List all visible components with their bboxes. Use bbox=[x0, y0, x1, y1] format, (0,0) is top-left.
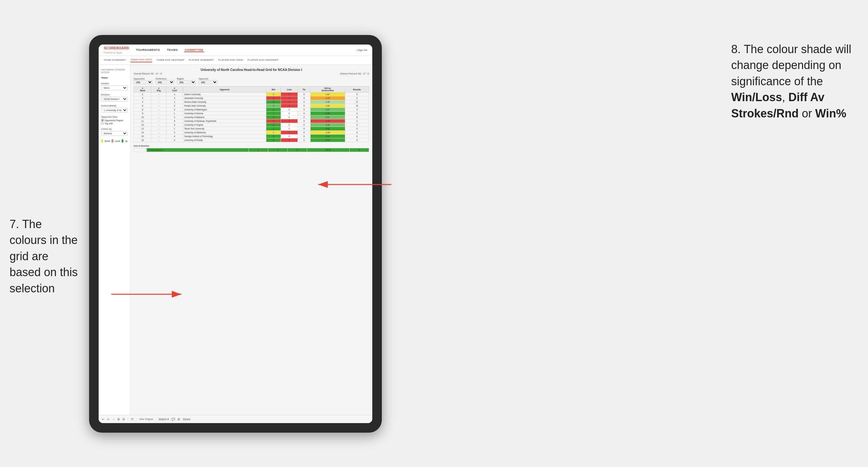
sidebar-division-section: Division NCAA Division I bbox=[101, 94, 128, 101]
sidebar-opponent-view-section: Opponent View Opponents Played Top 100 bbox=[101, 116, 128, 125]
opponent-view-radios: Opponents Played Top 100 bbox=[101, 119, 128, 125]
col-diff: Diff AvStrokes/Rnd bbox=[310, 87, 345, 93]
sidebar-school-section: School (Rank) 1. University of Nort... bbox=[101, 105, 128, 113]
table-row: 13 - 1 Texas Tech University 3 0 0 5.56 … bbox=[134, 127, 369, 131]
nav-tournaments[interactable]: TOURNAMENTS bbox=[135, 49, 160, 52]
nav-teams[interactable]: TEAMS bbox=[166, 49, 179, 52]
out-div-name: NCAA Division II bbox=[147, 148, 248, 152]
tab-team-h2h-heatmap[interactable]: TEAM H2H HEATMAP bbox=[157, 59, 184, 62]
table-row: 6 - 2 Florida State University 4 2 0 1.8… bbox=[134, 104, 369, 108]
filter-opponents: Opponents: (All) bbox=[134, 77, 153, 84]
out-div-rounds: 3 bbox=[349, 148, 369, 152]
filter-opponent: Opponent (All) bbox=[198, 77, 218, 84]
legend-up-label: Up bbox=[125, 140, 128, 142]
radio-top-100[interactable]: Top 100 bbox=[101, 122, 128, 125]
sidebar-gender-section: Gender Men's bbox=[101, 83, 128, 90]
table-row: 8 - 2 University of Washington 1 0 0 3.6… bbox=[134, 108, 369, 112]
toolbar-copy[interactable]: ⊞ bbox=[117, 418, 120, 421]
legend-level-label: Level bbox=[115, 140, 120, 142]
tab-team-summary[interactable]: TEAM SUMMARY bbox=[104, 59, 126, 62]
table-header-row: #Rank #Reg #Conf Opponent Win Loss Tie D… bbox=[134, 87, 369, 93]
out-div-loss: 0 bbox=[268, 148, 287, 152]
table-row: 4 - 1 Arizona State University 5 1 0 2.2… bbox=[134, 100, 369, 104]
tab-player-h2h-heatmap[interactable]: PLAYER H2H HEATMAP bbox=[248, 59, 278, 62]
logo: SCOREBOARD Powered by clippd bbox=[104, 46, 129, 54]
toolbar-redo[interactable]: ↪ bbox=[107, 418, 110, 421]
out-of-division-label: Out of division bbox=[134, 145, 369, 147]
table-row: 11 - 6 University of Arkansas, Fayettevi… bbox=[134, 119, 369, 123]
grid-records: Overall Record: 89 - 17 - 0 Division Rec… bbox=[134, 72, 369, 75]
out-of-division-table: NCAA Division II 1 0 0 26.00 3 bbox=[134, 148, 369, 152]
toolbar-comment[interactable]: 💬 bbox=[172, 418, 175, 421]
toolbar-grid-icon[interactable]: ⊞ bbox=[178, 418, 180, 421]
table-row: 15 - 4 Georgia Institute of Technology 5… bbox=[134, 134, 369, 138]
school-select[interactable]: 1. University of Nort... bbox=[101, 108, 128, 113]
col-conf: #Conf bbox=[166, 87, 183, 93]
table-row: 10 - 5 University of Alabama 3 0 0 2.61 … bbox=[134, 116, 369, 119]
data-table: #Rank #Reg #Conf Opponent Win Loss Tie D… bbox=[134, 86, 369, 142]
tab-player-h2h-grid[interactable]: PLAYER H2H GRID bbox=[219, 59, 243, 62]
radio-opponents-played[interactable]: Opponents Played bbox=[101, 119, 128, 122]
gender-select[interactable]: Men's bbox=[101, 86, 128, 90]
toolbar-undo[interactable]: ↩ bbox=[102, 418, 104, 421]
toolbar-share[interactable]: Share bbox=[183, 418, 190, 421]
nav-bar: SCOREBOARD Powered by clippd TOURNAMENTS… bbox=[99, 44, 372, 56]
nav-links: TOURNAMENTS TEAMS COMMITTEE bbox=[135, 49, 356, 52]
tab-player-summary[interactable]: PLAYER SUMMARY bbox=[189, 59, 214, 62]
filter-region: Region (All) bbox=[177, 77, 196, 84]
filters-row: Opponents: (All) Conference (All) Region bbox=[134, 77, 369, 84]
legend-level-dot bbox=[111, 139, 113, 143]
col-opponent: Opponent bbox=[183, 87, 266, 93]
out-div-tie: 0 bbox=[287, 148, 307, 152]
opponent-select[interactable]: (All) bbox=[198, 80, 218, 84]
out-div-win: 1 bbox=[248, 148, 268, 152]
col-tie: Tie bbox=[298, 87, 310, 93]
legend: Down Level Up bbox=[101, 139, 128, 143]
table-row: 14 - 5 University of Oklahoma 1 1 0 -1.0… bbox=[134, 131, 369, 134]
toolbar: ↩ ↪ → ⊞ ⊟ | ⏱ | View: Original | Watch ▾… bbox=[99, 415, 372, 423]
tab-team-h2h-grid[interactable]: TEAM H2H GRID bbox=[130, 58, 152, 62]
table-row: 2 - 1 Auburn University 2 1 0 1.67 9 bbox=[134, 93, 369, 96]
legend-down-label: Down bbox=[104, 140, 110, 142]
nav-committee[interactable]: COMMITTEE bbox=[184, 49, 204, 52]
sidebar-colour-by-section: Colour by Win/loss bbox=[101, 128, 128, 136]
out-div-diff: 26.00 bbox=[307, 148, 349, 152]
annotation-left: 7. The colours in the grid are based on … bbox=[9, 216, 80, 297]
opponents-select[interactable]: (All) bbox=[134, 80, 153, 84]
tablet-shell: SCOREBOARD Powered by clippd TOURNAMENTS… bbox=[89, 35, 382, 433]
sidebar-team-label: Team bbox=[101, 76, 128, 79]
legend-down-dot bbox=[101, 139, 103, 143]
grid-area: University of North Carolina Head-to-Hea… bbox=[130, 65, 372, 415]
filter-conference: Conference (All) bbox=[155, 77, 174, 84]
region-select[interactable]: (All) bbox=[177, 80, 196, 84]
sign-out-button[interactable]: | Sign out bbox=[356, 49, 367, 52]
col-reg: #Reg bbox=[151, 87, 166, 93]
table-row: 16 - 2 University of Florida 3 1 0 6.62 … bbox=[134, 138, 369, 142]
colour-by-select[interactable]: Win/loss bbox=[101, 131, 128, 136]
col-rounds: Rounds bbox=[345, 87, 369, 93]
col-win: Win bbox=[266, 87, 281, 93]
toolbar-clock[interactable]: ⏱ bbox=[131, 418, 134, 421]
last-updated: Last Updated: 27/03/2024 16:55:38 bbox=[101, 68, 128, 74]
sidebar: Last Updated: 27/03/2024 16:55:38 Team G… bbox=[99, 65, 130, 415]
toolbar-view[interactable]: View: Original bbox=[140, 418, 153, 420]
grid-title: University of North Carolina Head-to-Hea… bbox=[134, 68, 369, 71]
main-content: Last Updated: 27/03/2024 16:55:38 Team G… bbox=[99, 65, 372, 415]
tablet-screen: SCOREBOARD Powered by clippd TOURNAMENTS… bbox=[99, 44, 372, 423]
out-of-division-row: NCAA Division II 1 0 0 26.00 3 bbox=[134, 148, 369, 152]
table-row: 9 - 1 University of Arizona 1 0 0 9.00 2 bbox=[134, 112, 369, 116]
col-rank: #Rank bbox=[134, 87, 151, 93]
division-select[interactable]: NCAA Division I bbox=[101, 97, 128, 101]
sidebar-team-section: Team bbox=[101, 76, 128, 79]
toolbar-forward[interactable]: → bbox=[112, 418, 115, 421]
legend-up-dot bbox=[122, 139, 123, 143]
conference-select[interactable]: (All) bbox=[155, 80, 174, 84]
col-loss: Loss bbox=[281, 87, 298, 93]
annotation-right: 8. The colour shade will change dependin… bbox=[731, 41, 859, 122]
table-row: 3 - 2 Vanderbilt University 0 4 0 -2.29 … bbox=[134, 96, 369, 100]
toolbar-watch[interactable]: Watch ▾ bbox=[159, 418, 169, 421]
sub-nav: TEAM SUMMARY TEAM H2H GRID TEAM H2H HEAT… bbox=[99, 56, 372, 65]
table-row: 12 - 3 University of Virginia 1 0 0 2.33… bbox=[134, 123, 369, 127]
toolbar-paste[interactable]: ⊟ bbox=[123, 418, 125, 421]
